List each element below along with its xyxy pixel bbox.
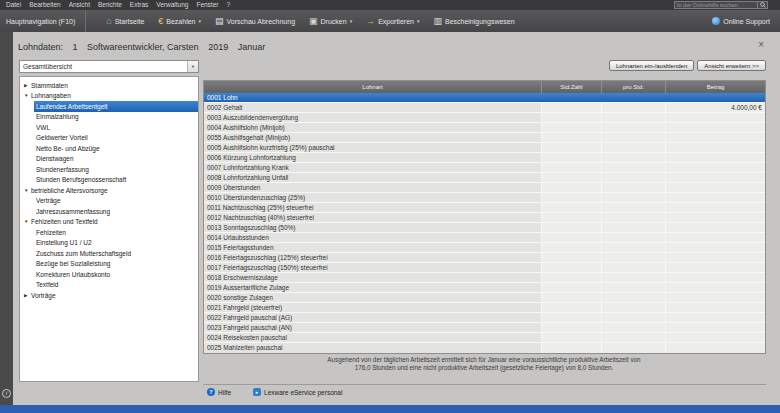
cell-lohnart: 0017 Feiertagszuschlag (150%) steuerfrei [204, 263, 542, 272]
cell-betrag [666, 253, 765, 262]
table-row[interactable]: 0001 Lohn [204, 93, 765, 103]
cell-betrag [666, 213, 765, 222]
navigation-tree: ▶ Stammdaten ▼ Lohnangaben Laufendes Arb… [19, 76, 199, 382]
tree-item-laufendes-arbeitsentgelt[interactable]: Laufendes Arbeitsentgelt [34, 101, 198, 112]
table-row[interactable]: 0019 Aussertarifliche Zulage [204, 283, 765, 293]
cell-lohnart: 0023 Fahrgeld pauschal (AN) [204, 323, 542, 332]
tree-item-vortrage[interactable]: ▶ Vorträge [20, 290, 198, 301]
table-row[interactable]: 0018 Erschwerniszulage [204, 273, 765, 283]
tree-item-jahreszusammenfassung[interactable]: Jahreszusammenfassung [34, 206, 198, 217]
table-row[interactable]: 0024 Reisekosten pauschal [204, 333, 765, 343]
tree-item-fehlzeiten[interactable]: Fehlzeiten [34, 227, 198, 238]
search-icon[interactable] [758, 1, 768, 9]
table-row[interactable]: 0007 Lohnfortzahlung Krank [204, 163, 765, 173]
toolbar-vorschau-abrechnung-button[interactable]: ▤ Vorschau Abrechnung [215, 17, 295, 26]
column-header-std-zahl: Std.Zahl [542, 81, 602, 93]
menu-item-help[interactable]: ? [222, 0, 234, 10]
table-row[interactable]: 0021 Fahrgeld (steuerfrei) [204, 303, 765, 313]
tree-item-vertrage[interactable]: Verträge [34, 196, 198, 207]
tree-item-vwl[interactable]: VWL [34, 122, 198, 133]
table-row[interactable]: 0006 Kürzung Lohnfortzahlung [204, 153, 765, 163]
cell-betrag [666, 163, 765, 172]
tree-item-betriebliche-altersvorsorge[interactable]: ▼ betriebliche Altersvorsorge [20, 185, 198, 196]
preview-icon: ▤ [215, 17, 224, 26]
tree-item-geldwerter-vorteil[interactable]: Geldwerter Vorteil [34, 133, 198, 144]
toolbar-drucken-button[interactable]: ▣ Drucken ▾ [309, 17, 352, 26]
table-row[interactable]: 0015 Feiertagsstunden [204, 243, 765, 253]
toolbar-exportieren-button[interactable]: → Exportieren ▾ [366, 17, 419, 26]
main-navigation-button[interactable]: Hauptnavigation (F10) [0, 10, 86, 32]
help-label: Hilfe [218, 389, 231, 396]
toggle-wage-types-button[interactable]: Lohnarten ein-/ausblenden [609, 60, 694, 71]
cell-lohnart: 0003 Auszubildendenvergütung [204, 113, 542, 122]
help-button[interactable]: ? Hilfe [207, 388, 231, 396]
tree-item-korrekturen-urlaubskonto[interactable]: Korrekturen Urlaubskonto [34, 269, 198, 280]
info-icon[interactable]: i [2, 389, 11, 398]
onlinehelp-search-input[interactable] [674, 1, 758, 9]
tree-item-fehlzeiten-und-textfeld[interactable]: ▼ Fehlzeiten und Textfeld [20, 217, 198, 228]
cell-lohnart: 0004 Aushilfslohn (Minijob) [204, 123, 542, 132]
view-select-dropdown[interactable]: Gesamtübersicht ▼ [19, 60, 199, 73]
cell-betrag [666, 283, 765, 292]
tree-item-einstellung-u1-u2[interactable]: Einstellung U1 / U2 [34, 238, 198, 249]
tree-item-lohnangaben[interactable]: ▼ Lohnangaben [20, 91, 198, 102]
title-year: 2019 [208, 42, 228, 52]
toolbar-startseite-button[interactable]: ⌂ Startseite [106, 17, 144, 26]
cell-lohnart: 0021 Fahrgeld (steuerfrei) [204, 303, 542, 312]
toolbar-bescheinigungswesen-button[interactable]: ▥ Bescheinigungswesen [433, 17, 514, 26]
menu-item-bearbeiten[interactable]: Bearbeiten [25, 0, 64, 10]
tree-item-textfeld[interactable]: Textfeld [34, 280, 198, 291]
table-row[interactable]: 0012 Nachtzuschlag (40%) steuerfrei [204, 213, 765, 223]
menu-item-datei[interactable]: Datei [2, 0, 25, 10]
table-row[interactable]: 0005 Aushilfslohn kurzfristig (25%) paus… [204, 143, 765, 153]
tree-item-netto-be-und-abzuge[interactable]: Netto Be- und Abzüge [34, 143, 198, 154]
worktime-note: Ausgehend von der täglichen Arbeitszeit … [319, 356, 649, 372]
tree-item-zuschuss-zum-mutterschaftsgeld[interactable]: Zuschuss zum Mutterschaftsgeld [34, 248, 198, 259]
table-row[interactable]: 0016 Feiertagszuschlag (125%) steuerfrei [204, 253, 765, 263]
tree-item-stundenerfassung[interactable]: Stundenerfassung [34, 164, 198, 175]
table-row[interactable]: 0020 sonstige Zulagen [204, 293, 765, 303]
toolbar-bezahlen-button[interactable]: € Bezahlen ▾ [158, 17, 201, 26]
table-row[interactable]: 0023 Fahrgeld pauschal (AN) [204, 323, 765, 333]
menu-item-verwaltung[interactable]: Verwaltung [152, 0, 192, 10]
tree-label-bezuge-bei-sozialleistung: Bezüge bei Sozialleistung [36, 260, 110, 267]
tree-label-korrekturen-urlaubskonto: Korrekturen Urlaubskonto [36, 271, 110, 278]
home-icon: ⌂ [106, 17, 111, 26]
table-row[interactable]: 0055 Aushilfsgehalt (Minijob) [204, 133, 765, 143]
table-row[interactable]: 0004 Aushilfslohn (Minijob) [204, 123, 765, 133]
cell-pro-std [602, 123, 666, 132]
cell-lohnart: 0011 Nachtzuschlag (25%) steuerfrei [204, 203, 542, 212]
table-row[interactable]: 0009 Überstunden [204, 183, 765, 193]
table-row[interactable]: 0025 Mahlzeiten pauschal [204, 343, 765, 353]
cell-lohnart: 0013 Sonntagszuschlag (50%) [204, 223, 542, 232]
table-row[interactable]: 0002 Gehalt 4.000,00 € [204, 103, 765, 113]
tree-item-stammdaten[interactable]: ▶ Stammdaten [20, 80, 198, 91]
menu-item-ansicht[interactable]: Ansicht [65, 0, 94, 10]
menu-item-fenster[interactable]: Fenster [192, 0, 222, 10]
table-body: 0001 Lohn 0002 Gehalt 4.000,00 € 0003 Au… [204, 93, 765, 353]
cell-lohnart: 0019 Aussertarifliche Zulage [204, 283, 542, 292]
table-row[interactable]: 0017 Feiertagszuschlag (150%) steuerfrei [204, 263, 765, 273]
eservice-button[interactable]: ▸ Lexware eService personal [253, 388, 342, 396]
menu-item-berichte[interactable]: Berichte [94, 0, 126, 10]
expand-view-button[interactable]: Ansicht erweitern >> [697, 60, 766, 71]
close-icon[interactable]: × [758, 40, 764, 50]
cell-pro-std [602, 143, 666, 152]
tree-item-dienstwagen[interactable]: Dienstwagen [34, 154, 198, 165]
menu-item-extras[interactable]: Extras [126, 0, 152, 10]
online-support-button[interactable]: Online Support [712, 17, 770, 25]
menubar: DateiBearbeitenAnsichtBerichteExtrasVerw… [0, 0, 780, 10]
online-support-label: Online Support [723, 18, 770, 25]
table-row[interactable]: 0008 Lohnfortzahlung Unfall [204, 173, 765, 183]
tree-item-bezuge-bei-sozialleistung[interactable]: Bezüge bei Sozialleistung [34, 259, 198, 270]
table-row[interactable]: 0022 Fahrgeld pauschal (AG) [204, 313, 765, 323]
tree-item-stunden-berufsgenossenschaft[interactable]: Stunden Berufsgenossenschaft [34, 175, 198, 186]
table-row[interactable]: 0014 Urlaubsstunden [204, 233, 765, 243]
application-window: DateiBearbeitenAnsichtBerichteExtrasVerw… [0, 0, 780, 413]
tree-item-einmalzahlung[interactable]: Einmalzahlung [34, 112, 198, 123]
table-row[interactable]: 0010 Überstundenzuschlag (25%) [204, 193, 765, 203]
table-row[interactable]: 0013 Sonntagszuschlag (50%) [204, 223, 765, 233]
table-row[interactable]: 0003 Auszubildendenvergütung [204, 113, 765, 123]
cell-pro-std [602, 253, 666, 262]
table-row[interactable]: 0011 Nachtzuschlag (25%) steuerfrei [204, 203, 765, 213]
